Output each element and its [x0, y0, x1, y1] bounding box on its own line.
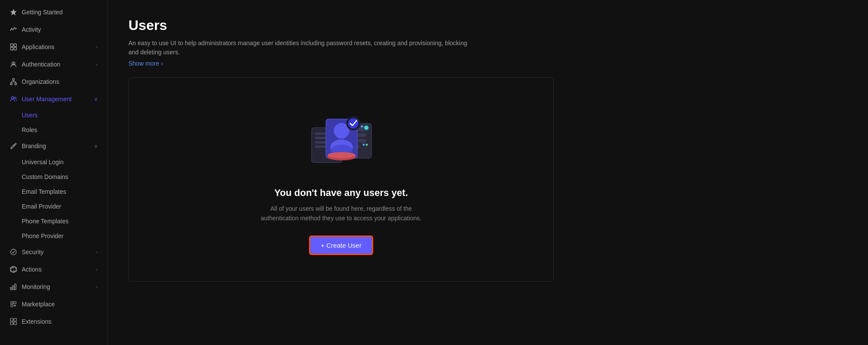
show-more-link[interactable]: Show more ›: [128, 60, 163, 67]
svg-point-38: [366, 144, 368, 146]
svg-rect-31: [14, 322, 16, 325]
branding-icon: [10, 142, 17, 150]
organizations-icon: [10, 78, 17, 86]
sidebar-item-getting-started-label: Getting Started: [22, 9, 98, 16]
svg-marker-0: [10, 9, 16, 15]
sidebar-item-authentication-label: Authentication: [22, 61, 92, 68]
svg-point-50: [328, 152, 355, 158]
sidebar-item-organizations[interactable]: Organizations: [3, 73, 105, 90]
sidebar-sub-item-universal-login[interactable]: Universal Login: [3, 155, 105, 169]
svg-point-54: [364, 126, 368, 130]
svg-point-6: [13, 63, 14, 64]
sidebar-sub-item-users-label: Users: [22, 112, 38, 119]
sidebar-item-user-management[interactable]: User Management ∨: [3, 91, 105, 107]
sidebar-sub-item-phone-templates-label: Phone Templates: [22, 218, 69, 225]
svg-rect-7: [13, 79, 14, 80]
svg-rect-4: [14, 47, 16, 50]
sidebar-item-applications[interactable]: Applications ›: [3, 39, 105, 55]
sidebar-sub-item-roles[interactable]: Roles: [3, 123, 105, 137]
sidebar-sub-item-universal-login-label: Universal Login: [22, 159, 64, 166]
svg-rect-20: [10, 287, 12, 290]
empty-state-card: You don't have any users yet. All of you…: [128, 77, 554, 282]
sidebar-sub-item-email-templates-label: Email Templates: [22, 188, 66, 195]
sidebar-sub-item-phone-templates[interactable]: Phone Templates: [3, 214, 105, 228]
authentication-icon: [10, 60, 17, 68]
svg-point-14: [12, 97, 14, 99]
sidebar: Getting Started Activity Applications ›: [0, 0, 108, 345]
sidebar-sub-item-email-provider[interactable]: Email Provider: [3, 199, 105, 213]
svg-rect-25: [11, 305, 13, 307]
applications-chevron: ›: [96, 44, 98, 50]
svg-rect-28: [10, 318, 13, 321]
sidebar-sub-item-roles-label: Roles: [22, 126, 37, 133]
svg-rect-22: [15, 284, 16, 290]
sidebar-item-marketplace[interactable]: Marketplace: [3, 296, 105, 312]
security-chevron: ›: [96, 249, 98, 255]
svg-line-18: [10, 149, 12, 149]
user-management-chevron: ∨: [94, 96, 98, 102]
sidebar-sub-item-email-provider-label: Email Provider: [22, 203, 61, 210]
sidebar-item-applications-label: Applications: [22, 43, 92, 50]
svg-rect-23: [11, 302, 13, 304]
svg-point-52: [348, 118, 358, 129]
svg-rect-1: [10, 44, 13, 46]
activity-icon: [10, 26, 17, 33]
sidebar-item-authentication[interactable]: Authentication ›: [3, 56, 105, 73]
branding-chevron: ∨: [94, 143, 98, 149]
svg-rect-30: [10, 322, 13, 325]
svg-point-37: [363, 144, 365, 146]
sidebar-item-extensions[interactable]: Extensions: [3, 313, 105, 330]
sidebar-item-getting-started[interactable]: Getting Started: [3, 4, 105, 20]
show-more-label: Show more: [128, 60, 159, 67]
svg-point-56: [361, 126, 363, 128]
getting-started-icon: [10, 8, 17, 16]
sidebar-item-security-label: Security: [22, 249, 92, 255]
actions-icon: [10, 265, 17, 273]
sidebar-item-activity[interactable]: Activity: [3, 21, 105, 38]
empty-state-title: You don't have any users yet.: [274, 187, 408, 199]
main-content: Users An easy to use UI to help administ…: [108, 0, 868, 345]
create-user-button-label: + Create User: [321, 242, 362, 249]
sidebar-item-activity-label: Activity: [22, 26, 98, 33]
show-more-chevron-icon: ›: [161, 60, 163, 67]
create-user-button[interactable]: + Create User: [309, 236, 373, 255]
sidebar-sub-item-phone-provider-label: Phone Provider: [22, 232, 64, 239]
sidebar-sub-item-users[interactable]: Users: [3, 108, 105, 122]
sidebar-sub-item-custom-domains[interactable]: Custom Domains: [3, 170, 105, 184]
sidebar-sub-item-custom-domains-label: Custom Domains: [22, 173, 68, 180]
svg-line-16: [13, 145, 14, 146]
sidebar-sub-item-email-templates[interactable]: Email Templates: [3, 185, 105, 199]
actions-chevron: ›: [96, 267, 98, 272]
sidebar-sub-item-phone-provider[interactable]: Phone Provider: [3, 229, 105, 243]
sidebar-item-security[interactable]: Security ›: [3, 244, 105, 260]
monitoring-icon: [10, 283, 17, 291]
sidebar-item-monitoring-label: Monitoring: [22, 283, 92, 290]
svg-rect-2: [14, 44, 16, 46]
applications-icon: [10, 43, 17, 51]
page-description: An easy to use UI to help administrators…: [128, 39, 476, 57]
svg-rect-29: [14, 318, 16, 321]
marketplace-icon: [10, 300, 17, 308]
sidebar-item-organizations-label: Organizations: [22, 78, 98, 85]
sidebar-item-marketplace-label: Marketplace: [22, 301, 98, 308]
sidebar-item-actions[interactable]: Actions ›: [3, 261, 105, 278]
monitoring-chevron: ›: [96, 284, 98, 289]
empty-state-description: All of your users will be found here, re…: [259, 204, 424, 223]
sidebar-item-branding-label: Branding: [22, 143, 90, 149]
sidebar-item-monitoring[interactable]: Monitoring ›: [3, 279, 105, 295]
svg-rect-24: [14, 302, 16, 304]
svg-rect-9: [15, 83, 16, 85]
extensions-icon: [10, 318, 17, 325]
page-title: Users: [128, 17, 847, 33]
sidebar-item-branding[interactable]: Branding ∨: [3, 138, 105, 154]
svg-rect-8: [10, 83, 12, 85]
security-icon: [10, 248, 17, 256]
svg-rect-3: [10, 47, 13, 50]
svg-point-15: [14, 97, 16, 99]
user-management-icon: [10, 95, 17, 103]
authentication-chevron: ›: [96, 62, 98, 67]
svg-point-17: [15, 143, 16, 145]
empty-state-illustration: [302, 104, 380, 173]
sidebar-item-actions-label: Actions: [22, 266, 92, 273]
sidebar-item-user-management-label: User Management: [22, 96, 90, 103]
